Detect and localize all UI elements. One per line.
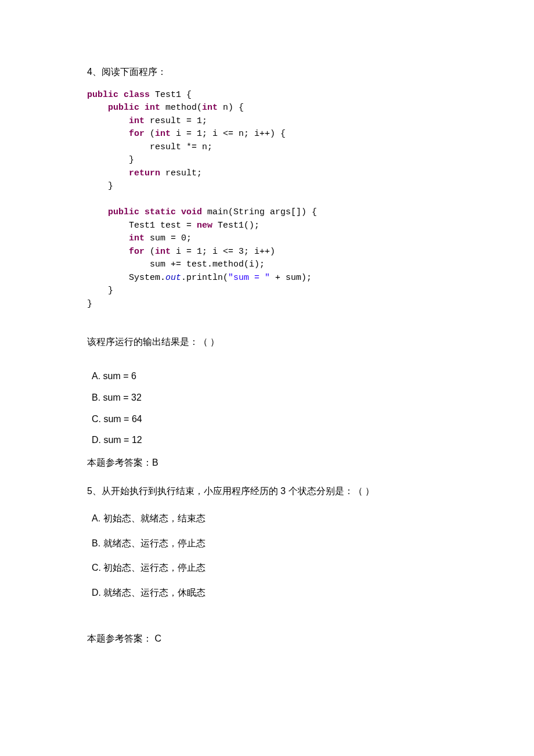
field-out: out [165, 273, 181, 283]
kw-return: return [129, 168, 160, 178]
q5-option-a: A. 初始态、就绪态，结束态 [92, 510, 447, 527]
code-text: Test1 test = [129, 221, 197, 231]
q4-option-b: B. sum = 32 [92, 390, 447, 406]
q5-option-d: D. 就绪态、运行态，休眠态 [92, 585, 447, 602]
code-text: Test1 { [150, 90, 192, 100]
code-text: System. [129, 273, 165, 283]
kw-static: static [145, 207, 176, 217]
code-text: method( [160, 103, 202, 113]
kw-new: new [197, 221, 212, 231]
q4-option-c: C. sum = 64 [92, 411, 447, 428]
code-text: result *= n; [150, 142, 212, 152]
kw-for: for [129, 247, 145, 257]
code-text: i = 1; i <= n; i++) { [171, 129, 286, 139]
kw-int: int [129, 116, 145, 126]
kw-void: void [181, 207, 202, 217]
code-text: } [108, 181, 113, 191]
kw-int: int [129, 233, 145, 243]
code-text: sum = 0; [145, 233, 192, 243]
page-content: 4、阅读下面程序： public class Test1 { public in… [0, 0, 534, 705]
kw-int: int [155, 247, 171, 257]
code-text: result = 1; [145, 116, 207, 126]
kw-int: int [145, 103, 160, 113]
code-text: } [129, 155, 134, 165]
q5-stem: 5、从开始执行到执行结束，小应用程序经历的 3 个状态分别是：（ ） [87, 483, 447, 500]
q5-option-b: B. 就绪态、运行态，停止态 [92, 535, 447, 552]
code-text: main(String args[]) { [202, 207, 317, 217]
q5-option-c: C. 初始态、运行态，停止态 [92, 560, 447, 577]
code-text: n) { [218, 103, 244, 113]
q4-result-prompt: 该程序运行的输出结果是：（ ） [87, 334, 447, 351]
code-text: Test1(); [212, 221, 259, 231]
kw-class: class [124, 90, 150, 100]
kw-int: int [155, 129, 171, 139]
q4-stem: 4、阅读下面程序： [87, 64, 447, 81]
string-literal: "sum = " [228, 273, 270, 283]
code-text: ( [145, 129, 155, 139]
kw-for: for [129, 129, 145, 139]
q4-code-block: public class Test1 { public int method(i… [87, 89, 447, 311]
kw-public: public [108, 207, 139, 217]
code-text: + sum); [270, 273, 312, 283]
code-text: } [108, 286, 113, 296]
code-text: .println( [181, 273, 228, 283]
code-text: ( [145, 247, 155, 257]
q4-answer: 本题参考答案：B [87, 455, 447, 471]
kw-int: int [202, 103, 218, 113]
code-text: i = 1; i <= 3; i++) [171, 247, 275, 257]
q4-option-a: A. sum = 6 [92, 368, 447, 385]
q5-answer: 本题参考答案： C [87, 631, 447, 647]
kw-public: public [87, 90, 118, 100]
kw-public: public [108, 103, 139, 113]
code-text: result; [160, 168, 202, 178]
code-text: } [87, 299, 92, 309]
q4-option-d: D. sum = 12 [92, 432, 447, 449]
code-text: sum += test.method(i); [150, 260, 265, 269]
